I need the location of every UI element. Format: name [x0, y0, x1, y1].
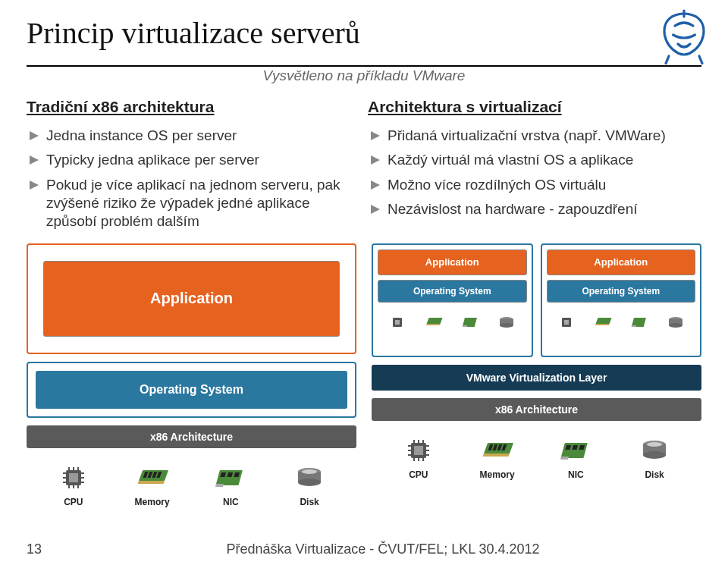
hw-label: NIC: [568, 469, 584, 480]
vmware-layer-box: VMware Virtualization Layer: [372, 365, 701, 391]
bullet-text: Pokud je více aplikací na jednom serveru…: [46, 176, 360, 231]
nic-icon: [623, 315, 656, 330]
svg-rect-46: [564, 320, 569, 325]
svg-rect-69: [482, 453, 509, 457]
cvut-lion-logo: [654, 8, 714, 68]
disk-icon: [659, 315, 692, 330]
svg-rect-41: [463, 325, 468, 327]
hw-label: CPU: [409, 469, 428, 480]
disk-icon: [270, 462, 349, 494]
svg-marker-6: [371, 205, 380, 214]
memory-icon: [586, 315, 620, 330]
list-item: Přidaná virtualizační vrstva (např. VMWa…: [371, 127, 701, 145]
vm-application-box: Application: [547, 249, 696, 275]
right-bullet-list: Přidaná virtualizační vrstva (např. VMWa…: [368, 127, 701, 218]
disk-icon: [615, 435, 694, 466]
bullet-text: Možno více rozdílných OS virtuálu: [388, 176, 606, 194]
cpu-icon: [381, 314, 414, 331]
bullet-arrow-icon: [371, 205, 380, 214]
svg-marker-4: [371, 155, 380, 165]
bullet-text: Přidaná virtualizační vrstva (např. VMWa…: [388, 127, 666, 145]
svg-marker-2: [30, 180, 39, 190]
traditional-stack-diagram: Application Operating System x86 Archite…: [27, 243, 356, 507]
svg-rect-48: [595, 324, 610, 325]
nic-icon: [453, 315, 487, 330]
cpu-icon: [550, 314, 583, 331]
svg-rect-47: [595, 318, 611, 324]
svg-point-34: [298, 479, 321, 486]
hw-label: CPU: [64, 497, 83, 507]
bullet-text: Nezávislost na hardware - zapouzdření: [388, 200, 638, 218]
vm-os-box: Operating System: [547, 280, 696, 303]
x86-box: x86 Architecture: [372, 398, 701, 421]
svg-point-44: [500, 323, 513, 328]
memory-icon: [458, 435, 537, 466]
vm-os-box: Operating System: [378, 280, 527, 303]
list-item: Typicky jedna aplikace per server: [30, 151, 360, 169]
svg-point-35: [302, 469, 317, 474]
bullet-text: Typicky jedna aplikace per server: [46, 151, 259, 169]
virtualized-stack-diagram: Application Operating System Application…: [372, 243, 701, 507]
memory-icon: [417, 315, 450, 330]
list-item: Možno více rozdílných OS virtuálu: [371, 176, 701, 194]
bullet-arrow-icon: [30, 131, 39, 140]
nic-icon: [537, 435, 616, 466]
svg-rect-50: [632, 325, 637, 327]
svg-point-53: [669, 323, 682, 328]
page-number: 13: [27, 541, 64, 557]
svg-rect-8: [69, 473, 78, 482]
list-item: Jedna instance OS per server: [30, 127, 360, 145]
hw-label: Memory: [480, 469, 515, 480]
hw-nic: NIC: [192, 462, 271, 507]
application-box: Application: [43, 261, 339, 337]
hw-memory: Memory: [113, 462, 192, 507]
hw-label: Disk: [645, 469, 664, 480]
left-heading: Tradiční x86 architektura: [27, 98, 360, 116]
svg-rect-78: [560, 457, 569, 460]
right-heading: Architektura s virtualizací: [368, 98, 701, 116]
slide-subtitle: Vysvětleno na příkladu VMware: [263, 67, 466, 83]
cpu-icon: [34, 462, 113, 494]
svg-rect-55: [414, 446, 423, 455]
svg-rect-22: [137, 481, 164, 484]
svg-rect-37: [395, 320, 400, 325]
bullet-text: Jedna instance OS per server: [46, 127, 237, 145]
bullet-arrow-icon: [371, 155, 380, 165]
svg-marker-0: [30, 131, 39, 140]
hw-label: NIC: [223, 497, 239, 507]
left-bullet-list: Jedna instance OS per server Typicky jed…: [27, 127, 360, 231]
hw-disk: Disk: [270, 462, 349, 507]
cpu-icon: [379, 435, 458, 466]
bullet-arrow-icon: [30, 155, 39, 165]
bullet-arrow-icon: [30, 180, 39, 190]
svg-rect-39: [426, 324, 441, 325]
hw-nic: NIC: [537, 435, 616, 480]
bullet-arrow-icon: [371, 131, 380, 140]
list-item: Každý virtuál má vlastní OS a aplikace: [371, 151, 701, 169]
disk-icon: [490, 315, 523, 330]
bullet-arrow-icon: [371, 180, 380, 190]
hw-cpu: CPU: [34, 462, 113, 507]
svg-rect-38: [427, 318, 443, 324]
vm-slot: Application Operating System: [541, 243, 702, 357]
hw-label: Disk: [300, 497, 318, 507]
list-item: Pokud je více aplikací na jednom serveru…: [30, 176, 360, 231]
vm-slot: Application Operating System: [372, 243, 533, 357]
list-item: Nezávislost na hardware - zapouzdření: [371, 200, 701, 218]
hw-cpu: CPU: [379, 435, 458, 480]
footer-text: Přednáška Virtualizace - ČVUT/FEL; LKL 3…: [64, 541, 701, 557]
hw-disk: Disk: [615, 435, 694, 480]
hw-label: Memory: [135, 497, 170, 507]
nic-icon: [192, 462, 271, 494]
svg-marker-5: [371, 180, 380, 190]
bullet-text: Každý virtuál má vlastní OS a aplikace: [388, 151, 633, 169]
svg-rect-31: [215, 484, 224, 487]
svg-marker-1: [30, 155, 39, 165]
x86-box: x86 Architecture: [27, 425, 356, 448]
svg-point-81: [643, 451, 666, 459]
memory-icon: [113, 462, 192, 494]
os-box: Operating System: [36, 371, 347, 409]
vm-application-box: Application: [378, 249, 527, 275]
slide-title: Princip virtualizace serverů: [27, 15, 701, 51]
title-rule: [27, 65, 701, 67]
